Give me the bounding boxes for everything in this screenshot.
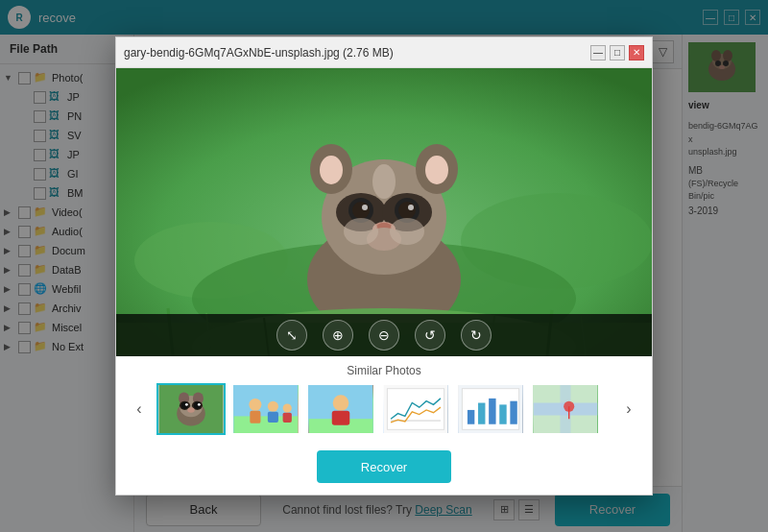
modal-image-toolbar: ⤡ ⊕ ⊖ ↺ ↻	[116, 314, 652, 356]
rotate-right-button[interactable]: ↻	[461, 320, 492, 351]
svg-point-23	[398, 202, 416, 219]
thumbnail-graph-inner	[458, 385, 523, 433]
svg-point-30	[344, 218, 378, 245]
svg-rect-73	[510, 401, 516, 424]
thumbnail-family[interactable]	[231, 383, 300, 435]
thumbnail-redshirt[interactable]	[306, 383, 375, 435]
svg-point-51	[187, 407, 194, 413]
modal-minimize-button[interactable]: —	[590, 45, 606, 60]
thumb-redshirt-svg	[308, 385, 373, 433]
thumbnail-raccoon[interactable]	[156, 383, 226, 435]
raccoon-image-svg	[116, 68, 652, 356]
thumbnail-redshirt-inner	[308, 385, 373, 433]
svg-point-49	[185, 403, 188, 406]
svg-rect-63	[332, 411, 350, 425]
thumbnail-graph[interactable]	[456, 383, 525, 435]
modal-close-button[interactable]: ✕	[629, 45, 644, 60]
svg-rect-55	[250, 411, 260, 423]
thumbnail-chart-inner	[383, 385, 448, 433]
thumb-graph-svg	[458, 385, 523, 433]
thumb-chart-svg	[383, 385, 448, 433]
zoom-out-button[interactable]: ⊖	[369, 320, 399, 351]
thumbnail-chart[interactable]	[381, 383, 450, 435]
svg-point-56	[268, 401, 278, 412]
thumbnail-map-inner	[533, 385, 598, 433]
similar-photos-strip: ‹	[128, 383, 640, 435]
thumb-map-svg	[533, 385, 598, 433]
svg-rect-57	[268, 412, 278, 423]
similar-photos-section: Similar Photos ‹	[116, 356, 652, 443]
thumb-family-svg	[233, 385, 299, 433]
modal-maximize-button[interactable]: □	[610, 45, 625, 60]
svg-point-16	[320, 156, 343, 184]
modal-overlay: gary-bendig-6GMq7AGxNbE-unsplash.jpg (2.…	[0, 0, 768, 532]
thumbnail-raccoon-inner	[158, 385, 224, 433]
thumb-raccoon-svg	[158, 385, 224, 433]
svg-rect-70	[478, 403, 485, 424]
modal-recover-row: Recover	[116, 443, 652, 495]
similar-nav-next[interactable]: ›	[617, 398, 640, 421]
thumbnails-row	[156, 383, 612, 435]
svg-point-50	[198, 403, 201, 406]
modal-image-area: ⤡ ⊕ ⊖ ↺ ↻	[116, 68, 652, 356]
similar-photos-label: Similar Photos	[128, 364, 640, 377]
svg-point-17	[425, 156, 448, 184]
fit-to-window-button[interactable]: ⤡	[276, 320, 307, 351]
svg-rect-69	[468, 410, 474, 424]
svg-point-58	[283, 403, 292, 412]
zoom-in-button[interactable]: ⊕	[323, 320, 353, 351]
thumbnail-map[interactable]	[531, 383, 600, 435]
svg-point-22	[352, 202, 370, 219]
preview-modal: gary-bendig-6GMq7AGxNbE-unsplash.jpg (2.…	[115, 36, 653, 496]
svg-point-29	[372, 164, 396, 199]
thumbnail-family-inner	[233, 385, 299, 433]
modal-recover-button[interactable]: Recover	[317, 450, 451, 483]
svg-point-31	[390, 218, 424, 245]
modal-title: gary-bendig-6GMq7AGxNbE-unsplash.jpg (2.…	[124, 46, 590, 60]
modal-titlebar-buttons: — □ ✕	[590, 45, 644, 60]
app-window: R recove — □ ✕ File Path ▼ 📁 Photo(	[0, 0, 768, 532]
similar-nav-prev[interactable]: ‹	[128, 398, 151, 421]
svg-point-25	[408, 205, 414, 210]
modal-titlebar: gary-bendig-6GMq7AGxNbE-unsplash.jpg (2.…	[116, 37, 652, 68]
svg-point-62	[333, 395, 349, 411]
svg-point-54	[249, 399, 261, 411]
svg-rect-65	[387, 389, 444, 430]
svg-rect-71	[489, 399, 495, 424]
rotate-left-button[interactable]: ↺	[415, 320, 445, 351]
svg-rect-59	[283, 413, 292, 423]
svg-rect-72	[499, 404, 506, 423]
svg-point-24	[362, 205, 368, 210]
